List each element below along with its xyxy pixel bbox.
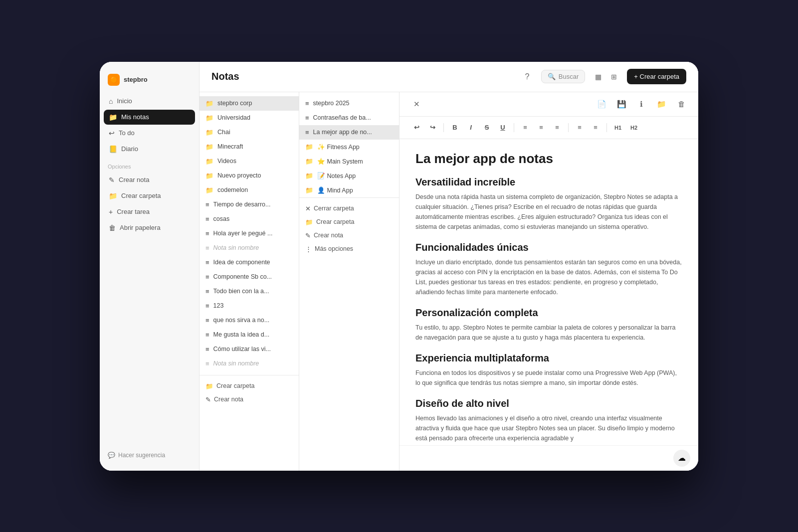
item-label: que nos sirva a no... — [213, 317, 270, 324]
col1-create-folder[interactable]: 📁 Crear carpeta — [205, 379, 293, 393]
list-item[interactable]: 📁 📝 Notes App — [299, 169, 399, 183]
logo-icon: 🟠 — [108, 74, 120, 86]
h2-button[interactable]: H2 — [627, 121, 641, 135]
sidebar-item-diario[interactable]: 📒 Diario — [104, 142, 195, 157]
list-item[interactable]: 📁 Videos — [200, 154, 299, 169]
help-button[interactable]: ? — [519, 69, 535, 85]
note-title: La mejor app de notas — [415, 151, 682, 167]
editor-body[interactable]: La mejor app de notas Versatilidad incre… — [399, 139, 698, 445]
underline-button[interactable]: U — [496, 121, 510, 135]
bold-button[interactable]: B — [448, 121, 462, 135]
trash-icon: 🗑 — [109, 224, 116, 232]
redo-button[interactable]: ↪ — [425, 121, 439, 135]
item-label: cosas — [213, 215, 230, 222]
list-item[interactable]: ≡ Me gusta la idea d... — [200, 328, 299, 342]
list-item[interactable]: 📁 Chai — [200, 125, 299, 140]
label: Crear carpeta — [316, 218, 354, 225]
save-button[interactable]: 💾 — [614, 97, 628, 111]
note-icon: ≡ — [205, 288, 209, 295]
options-label: Opciones — [100, 158, 199, 173]
list-item[interactable]: 📁 Universidad — [200, 111, 299, 125]
suggest-button[interactable]: 💬 Hacer sugerencia — [108, 452, 191, 459]
list-item[interactable]: ≡ Nota sin nombre — [200, 356, 299, 371]
sidebar-item-crear-tarea[interactable]: + Crear tarea — [104, 204, 195, 219]
close-editor-button[interactable]: ✕ — [409, 97, 423, 111]
item-label: stepbro corp — [217, 100, 252, 107]
sidebar-item-mis-notas[interactable]: 📁 Mis notas — [104, 110, 195, 125]
ordered-list-button[interactable]: ≡ — [573, 121, 587, 135]
create-folder-button[interactable]: + Crear carpeta — [627, 69, 686, 84]
main-content: 📁 stepbro corp 📁 Universidad 📁 Chai — [200, 92, 698, 471]
section-heading-1: Versatilidad increíble — [415, 177, 682, 188]
list-item[interactable]: ≡ La mejor app de no... — [299, 125, 399, 140]
search-box[interactable]: 🔍 Buscar — [541, 70, 585, 83]
list-item[interactable]: ≡ Nota sin nombre — [200, 241, 299, 255]
col2-more-options[interactable]: ⋮ Más opciones — [305, 242, 393, 256]
sidebar-item-todo[interactable]: ↩ To do — [104, 126, 195, 141]
list-item[interactable]: 📁 codemelon — [200, 183, 299, 197]
create-note-icon: ✎ — [109, 176, 115, 184]
item-label: codemelon — [217, 186, 248, 193]
list-item[interactable]: ≡ Todo bien con la a... — [200, 284, 299, 299]
list-item[interactable]: 📁 ⭐ Main System — [299, 154, 399, 169]
header-actions: ? 🔍 Buscar ▦ ⊞ + Crear carpeta — [519, 69, 686, 85]
editor-action-buttons: 📄 💾 ℹ 📁 🗑 — [595, 97, 688, 111]
col2-create-folder[interactable]: 📁 Crear carpeta — [305, 215, 393, 229]
label: Más opciones — [315, 245, 353, 252]
new-doc-button[interactable]: 📄 — [595, 97, 608, 111]
create-folder-icon: 📁 — [109, 192, 117, 200]
list-item[interactable]: ≡ cosas — [200, 212, 299, 226]
info-button[interactable]: ℹ — [634, 97, 648, 111]
list-item[interactable]: 📁 Nuevo proyecto — [200, 169, 299, 183]
undo-button[interactable]: ↩ — [409, 121, 423, 135]
list-item[interactable]: ≡ Idea de componente — [200, 255, 299, 270]
col2-close-folder[interactable]: ✕ Cerrar carpeta — [305, 202, 393, 215]
nav-label-mis-notas: Mis notas — [121, 113, 149, 121]
align-right-button[interactable]: ≡ — [550, 121, 564, 135]
editor-panel: ✕ 📄 💾 ℹ 📁 🗑 ↩ ↪ B — [399, 92, 698, 471]
section-body-1: Desde una nota rápida hasta un sistema c… — [415, 192, 682, 232]
folder-icon: 📁 — [109, 113, 117, 121]
separator — [443, 123, 444, 132]
sidebar-item-inicio[interactable]: ⌂ Inicio — [104, 94, 195, 109]
view-list-button[interactable]: ▦ — [591, 70, 605, 84]
nav-label-inicio: Inicio — [117, 97, 132, 105]
list-item[interactable]: ≡ Contraseñas de ba... — [299, 111, 399, 125]
diary-icon: 📒 — [109, 145, 117, 153]
item-label: stepbro 2025 — [313, 100, 350, 107]
align-center-button[interactable]: ≡ — [534, 121, 548, 135]
view-grid-button[interactable]: ⊞ — [607, 70, 621, 84]
list-item[interactable]: 📁 👤 Mind App — [299, 183, 399, 197]
list-item[interactable]: ≡ Hola ayer le pegué ... — [200, 226, 299, 241]
list-item[interactable]: 📁 ✨ Fitness App — [299, 140, 399, 154]
sidebar-bottom: 💬 Hacer sugerencia — [100, 448, 199, 463]
sidebar-item-papelera[interactable]: 🗑 Abrir papelera — [104, 220, 195, 235]
nav-label-crear-nota: Crear nota — [119, 176, 149, 183]
sidebar-item-crear-nota[interactable]: ✎ Crear nota — [104, 173, 195, 187]
list-item[interactable]: ≡ Tiempo de desarro... — [200, 197, 299, 212]
item-label: Todo bien con la a... — [213, 288, 269, 295]
unordered-list-button[interactable]: ≡ — [589, 121, 602, 135]
list-item[interactable]: 📁 Minecraft — [200, 140, 299, 154]
list-item[interactable]: ≡ 123 — [200, 299, 299, 313]
sidebar-item-crear-carpeta[interactable]: 📁 Crear carpeta — [104, 188, 195, 203]
separator — [514, 123, 514, 132]
list-item[interactable]: ≡ Cómo utilizar las vi... — [200, 342, 299, 356]
cloud-save-button[interactable]: ☁ — [673, 450, 690, 467]
col2-create-note[interactable]: ✎ Crear nota — [305, 229, 393, 242]
list-item[interactable]: ≡ que nos sirva a no... — [200, 313, 299, 328]
list-item[interactable]: ≡ Componente Sb co... — [200, 270, 299, 284]
italic-button[interactable]: I — [464, 121, 478, 135]
move-to-folder-button[interactable]: 📁 — [654, 97, 668, 111]
h1-button[interactable]: H1 — [611, 121, 625, 135]
list-item[interactable]: 📁 stepbro corp — [200, 96, 299, 111]
align-left-button[interactable]: ≡ — [518, 121, 532, 135]
col1-create-note[interactable]: ✎ Crear nota — [205, 393, 293, 406]
strikethrough-button[interactable]: S — [480, 121, 494, 135]
nav-label-crear-tarea: Crear tarea — [117, 208, 150, 215]
page-title: Notas — [211, 71, 511, 82]
delete-button[interactable]: 🗑 — [674, 97, 688, 111]
notes-col-2: ≡ stepbro 2025 ≡ Contraseñas de ba... ≡ … — [299, 92, 399, 471]
nav-label-diario: Diario — [121, 145, 138, 153]
list-item[interactable]: ≡ stepbro 2025 — [299, 96, 399, 111]
